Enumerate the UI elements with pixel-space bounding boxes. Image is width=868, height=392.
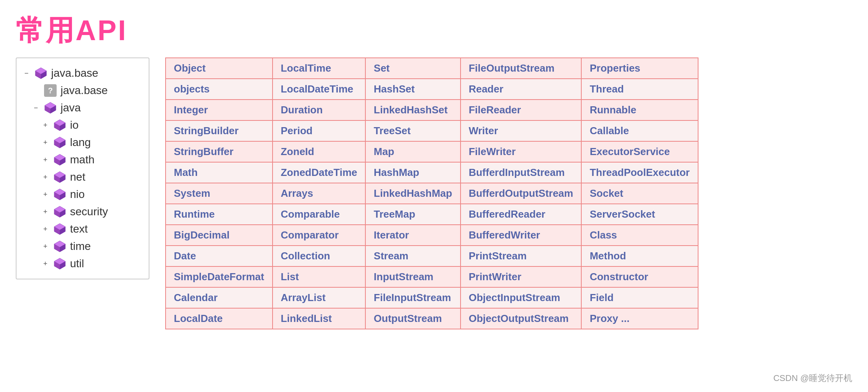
security-label: security xyxy=(70,205,108,218)
tree-item-util[interactable]: + util xyxy=(43,255,141,272)
table-row: LocalDateLinkedListOutputStreamObjectOut… xyxy=(166,308,698,329)
table-cell[interactable]: Set xyxy=(365,58,460,79)
table-cell[interactable]: ZoneId xyxy=(273,141,366,162)
tree-item-nio[interactable]: + nio xyxy=(43,186,141,203)
package-icon xyxy=(34,66,48,80)
tree-item-text[interactable]: + text xyxy=(43,220,141,238)
tree-item-java[interactable]: − java xyxy=(34,99,141,116)
tree-item-javabase-file[interactable]: ? java.base xyxy=(34,82,141,99)
table-cell[interactable]: Field xyxy=(581,287,698,308)
watermark: CSDN @睡觉待开机 xyxy=(773,372,852,384)
table-cell[interactable]: FileInputStream xyxy=(365,287,460,308)
table-cell[interactable]: StringBuilder xyxy=(166,120,273,141)
table-cell[interactable]: BufferedReader xyxy=(461,204,582,225)
nio-icon xyxy=(53,187,67,202)
table-cell[interactable]: HashSet xyxy=(365,79,460,100)
table-cell[interactable]: ObjectOutputStream xyxy=(461,308,582,329)
table-cell[interactable]: BufferdOutputStream xyxy=(461,183,582,204)
table-cell[interactable]: Constructor xyxy=(581,266,698,287)
java-toggle[interactable]: − xyxy=(34,104,43,112)
tree-item-security[interactable]: + security xyxy=(43,203,141,220)
table-cell[interactable]: Thread xyxy=(581,79,698,100)
tree-root[interactable]: − java.base xyxy=(24,65,141,82)
table-cell[interactable]: BigDecimal xyxy=(166,225,273,246)
table-cell[interactable]: Socket xyxy=(581,183,698,204)
table-cell[interactable]: PrintWriter xyxy=(461,266,582,287)
api-table-container: ObjectLocalTimeSetFileOutputStreamProper… xyxy=(165,57,698,329)
table-cell[interactable]: InputStream xyxy=(365,266,460,287)
util-label: util xyxy=(70,257,84,270)
table-cell[interactable]: List xyxy=(273,266,366,287)
table-cell[interactable]: Iterator xyxy=(365,225,460,246)
table-cell[interactable]: Stream xyxy=(365,246,460,266)
table-cell[interactable]: StringBuffer xyxy=(166,141,273,162)
table-cell[interactable]: PrintStream xyxy=(461,246,582,266)
table-row: SystemArraysLinkedHashMapBufferdOutputSt… xyxy=(166,183,698,204)
table-cell[interactable]: LocalDate xyxy=(166,308,273,329)
table-row: DateCollectionStreamPrintStreamMethod xyxy=(166,246,698,266)
table-cell[interactable]: ObjectInputStream xyxy=(461,287,582,308)
table-cell[interactable]: HashMap xyxy=(365,162,460,183)
tree-item-time[interactable]: + time xyxy=(43,238,141,255)
table-cell[interactable]: FileWriter xyxy=(461,141,582,162)
table-cell[interactable]: FileReader xyxy=(461,100,582,120)
table-cell[interactable]: Date xyxy=(166,246,273,266)
table-cell[interactable]: ThreadPoolExecutor xyxy=(581,162,698,183)
table-cell[interactable]: System xyxy=(166,183,273,204)
table-cell[interactable]: BufferdInputStream xyxy=(461,162,582,183)
table-cell[interactable]: LocalDateTime xyxy=(273,79,366,100)
table-cell[interactable]: Comparable xyxy=(273,204,366,225)
table-cell[interactable]: Properties xyxy=(581,58,698,79)
table-cell[interactable]: Collection xyxy=(273,246,366,266)
table-cell[interactable]: Method xyxy=(581,246,698,266)
table-cell[interactable]: Reader xyxy=(461,79,582,100)
table-cell[interactable]: Proxy ... xyxy=(581,308,698,329)
table-cell[interactable]: Map xyxy=(365,141,460,162)
tree-item-net[interactable]: + net xyxy=(43,168,141,186)
table-cell[interactable]: Object xyxy=(166,58,273,79)
lang-label: lang xyxy=(70,136,91,149)
table-row: StringBufferZoneIdMapFileWriterExecutorS… xyxy=(166,141,698,162)
lang-icon xyxy=(53,135,67,150)
table-cell[interactable]: Class xyxy=(581,225,698,246)
table-cell[interactable]: Runtime xyxy=(166,204,273,225)
table-cell[interactable]: TreeMap xyxy=(365,204,460,225)
table-cell[interactable]: Runnable xyxy=(581,100,698,120)
table-row: ObjectLocalTimeSetFileOutputStreamProper… xyxy=(166,58,698,79)
tree-item-lang[interactable]: + lang xyxy=(43,134,141,151)
toggle-icon[interactable]: − xyxy=(24,69,34,78)
table-row: StringBuilderPeriodTreeSetWriterCallable xyxy=(166,120,698,141)
math-icon xyxy=(53,153,67,167)
table-cell[interactable]: ZonedDateTime xyxy=(273,162,366,183)
table-cell[interactable]: Writer xyxy=(461,120,582,141)
table-cell[interactable]: ServerSocket xyxy=(581,204,698,225)
table-cell[interactable]: BufferedWriter xyxy=(461,225,582,246)
root-label: java.base xyxy=(51,67,98,80)
table-cell[interactable]: LinkedHashSet xyxy=(365,100,460,120)
table-row: CalendarArrayListFileInputStreamObjectIn… xyxy=(166,287,698,308)
table-cell[interactable]: Calendar xyxy=(166,287,273,308)
table-cell[interactable]: SimpleDateFormat xyxy=(166,266,273,287)
table-cell[interactable]: ArrayList xyxy=(273,287,366,308)
table-cell[interactable]: objects xyxy=(166,79,273,100)
table-cell[interactable]: Arrays xyxy=(273,183,366,204)
table-row: MathZonedDateTimeHashMapBufferdInputStre… xyxy=(166,162,698,183)
security-icon xyxy=(53,205,67,219)
table-cell[interactable]: Callable xyxy=(581,120,698,141)
math-label: math xyxy=(70,153,94,166)
table-cell[interactable]: Math xyxy=(166,162,273,183)
table-cell[interactable]: Integer xyxy=(166,100,273,120)
java-label: java xyxy=(61,102,81,114)
table-cell[interactable]: TreeSet xyxy=(365,120,460,141)
table-cell[interactable]: Comparator xyxy=(273,225,366,246)
table-cell[interactable]: LocalTime xyxy=(273,58,366,79)
table-cell[interactable]: ExecutorService xyxy=(581,141,698,162)
tree-item-math[interactable]: + math xyxy=(43,151,141,168)
table-cell[interactable]: FileOutputStream xyxy=(461,58,582,79)
table-cell[interactable]: Period xyxy=(273,120,366,141)
table-cell[interactable]: OutputStream xyxy=(365,308,460,329)
table-cell[interactable]: LinkedHashMap xyxy=(365,183,460,204)
table-cell[interactable]: Duration xyxy=(273,100,366,120)
table-cell[interactable]: LinkedList xyxy=(273,308,366,329)
tree-item-io[interactable]: + io xyxy=(43,116,141,134)
